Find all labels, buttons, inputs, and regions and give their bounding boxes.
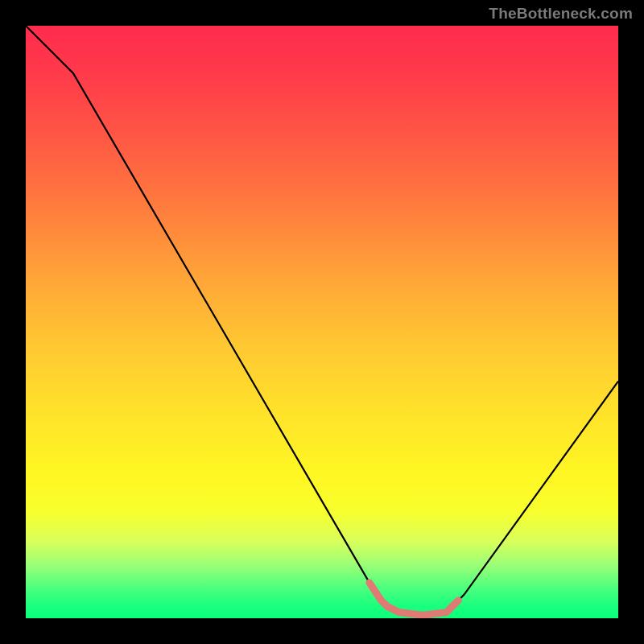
chart-frame: TheBottleneck.com: [0, 0, 644, 644]
chart-plot-area: [26, 26, 618, 618]
attribution-text: TheBottleneck.com: [489, 5, 633, 23]
bottleneck-curve: [26, 26, 618, 615]
chart-svg: [26, 26, 618, 618]
bottleneck-highlight: [369, 583, 458, 616]
